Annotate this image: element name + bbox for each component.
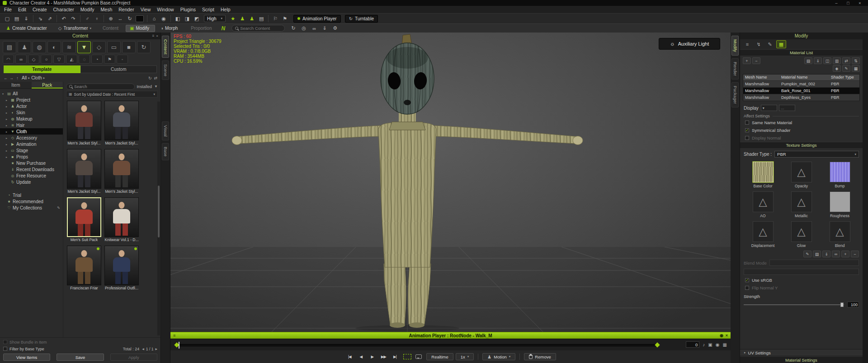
content-item-jacket-4[interactable]: Men's Jacket Styl... [104,149,139,194]
avatar-icon[interactable]: ♟ [18,41,31,53]
texture-slot-displacement[interactable]: △ Displacement [744,221,782,248]
paste-material-icon[interactable]: ▥ [833,57,841,64]
texture-slot-glow[interactable]: △ Glow [782,221,821,248]
import-icon[interactable]: ⇘ [36,14,45,23]
use-srgb-checkbox[interactable]: ✓ [745,278,749,282]
material-tab-icon[interactable]: ▦ [776,40,786,48]
content-item-jacket-2[interactable]: Men's Jacket Styl... [104,101,139,146]
viewport-3d[interactable]: FPS : 60 Project Triangle : 30679Selecte… [170,33,731,332]
checkbox[interactable] [745,121,749,125]
installed-filter[interactable]: Installed [137,84,152,89]
texture-slot-blend[interactable]: △ Blend [821,221,859,248]
male-character-icon[interactable]: ♂ [83,14,92,23]
content-item-suit-pack[interactable]: Men's Suit Pack [67,197,101,242]
content-item-jacket-1[interactable]: Men's Jacket Styl... [67,101,101,146]
sync-icon[interactable]: ⇄ [154,76,157,80]
menu-item[interactable]: Plugins [177,6,199,13]
use-srgb-row[interactable]: ✓ Use sRGB [740,276,863,284]
tree-item-recent-downloads[interactable]: ⇓ Recent Downloads [0,166,63,172]
loop-region-icon[interactable] [403,354,411,359]
shoe-icon[interactable]: ◭ [66,55,77,64]
menu-item[interactable]: Modify [77,6,98,13]
background-color-swatch[interactable]: ■ [136,15,144,22]
content-scrollbar[interactable] [157,102,160,335]
add-material-icon[interactable]: + [743,57,751,64]
texture-thumbnail[interactable]: △ [791,162,812,182]
expander-icon[interactable]: ▾ [2,92,5,95]
menu-item[interactable]: Edit [15,6,29,13]
hat-icon[interactable]: ◠ [3,55,14,64]
content-button[interactable]: Content [97,25,124,32]
morph-button[interactable]: ◑ Morph [156,25,184,32]
info-icon[interactable]: ◉ [720,333,723,338]
load-material-icon[interactable]: ▤ [804,57,812,64]
audio-icon[interactable]: ♪ [703,342,705,347]
next-page-icon[interactable]: ▶ [155,347,157,350]
menu-item[interactable]: Character [50,6,77,13]
redo-icon[interactable]: ↷ [69,14,78,23]
uv-settings-row[interactable]: ▸ UV Settings [740,349,863,356]
tree-item-makeup[interactable]: ▸ ◍ Makeup [0,116,63,122]
pan-tool-icon[interactable]: ↔ [116,14,125,23]
texture-slot-bump[interactable]: Bump [821,162,859,188]
dock-tab[interactable]: Modify [731,36,739,56]
filter-base-type-checkbox[interactable] [3,347,7,351]
previous-frame-button[interactable]: ◀ [356,353,365,361]
animation-icon[interactable]: ↻ [137,41,151,53]
expander-icon[interactable]: ▸ [6,130,9,133]
dock-tab[interactable]: Render [731,58,739,79]
filter-funnel-icon[interactable]: ▼ [154,84,158,88]
content-item-professional[interactable]: Professional Outfi... [104,246,139,291]
forward-icon[interactable]: → [9,76,14,80]
motion-dropdown[interactable]: ♟ Motion ▾ [482,353,515,360]
content-item-friar[interactable]: Franciscan Friar [67,246,101,291]
maximize-button[interactable]: □ [843,0,854,5]
go-to-start-button[interactable]: |◀ [345,353,354,361]
texture-slot-opacity[interactable]: △ Opacity [782,162,821,188]
speed-dropdown[interactable]: 1x ▾ [456,353,474,360]
eyedropper-icon[interactable]: ◈ [833,65,841,72]
edit-tab-icon[interactable]: ✎ [765,40,775,48]
tree-item-accessory[interactable]: ▸ ◇ Accessory [0,135,63,141]
more-options-icon[interactable]: … [779,105,795,111]
show-bundle-row[interactable]: Show Bundle in Item [3,339,157,345]
expander-icon[interactable]: ▸ [6,105,9,108]
checkbox[interactable] [745,136,749,140]
filter-base-type-row[interactable]: Filter by Base Type Total : 24 ◀ 1 / 1 ▶ [3,346,157,352]
smooth-mode-icon[interactable]: ◨ [183,14,192,23]
glasses-icon[interactable]: ∞ [15,55,27,64]
timeline-track[interactable] [177,344,658,346]
record-icon[interactable]: ◉ [716,342,720,347]
expander-icon[interactable]: ▸ [6,111,9,114]
close-icon[interactable]: × [726,333,728,338]
target-icon[interactable]: ◎ [299,24,308,33]
preview-quality-icon[interactable]: ★ [228,14,237,23]
list-tab[interactable]: Item [0,82,32,88]
texture-slot-metallic[interactable]: △ Metallic [782,191,821,218]
tree-item-trial[interactable]: ◔ Trial [0,192,63,198]
expander-icon[interactable]: ▸ [6,155,9,158]
remove-button[interactable]: Remove [524,353,556,360]
watch-icon[interactable]: ○ [41,55,52,64]
prev-page-icon[interactable]: ◀ [142,347,144,350]
wireframe-mode-icon[interactable]: ◧ [173,14,182,23]
breadcrumb-segment[interactable]: All ▸ [22,75,30,80]
menu-item[interactable]: Mesh [98,6,116,13]
menu-item[interactable]: File [1,6,15,13]
fast-forward-button[interactable]: ▶▶ [379,353,388,361]
tree-item-free-resource[interactable]: ◎ Free Resource [0,172,63,179]
content-tab[interactable]: Custom [80,65,157,73]
same-name-material-checkbox[interactable]: Same Name Material [740,119,863,126]
bag-icon[interactable]: ◌ [79,55,90,64]
eye-icon[interactable]: ◔ [91,55,103,64]
morph-icon[interactable]: ◍ [33,41,46,53]
strength-slider[interactable] [744,304,844,305]
link-icon[interactable]: ∞ [310,24,319,33]
open-project-icon[interactable]: ▤ [12,14,21,23]
display-normal-checkbox[interactable]: Display Normal [740,134,863,142]
tree-item-actor[interactable]: ▸ ♟ Actor [0,103,63,109]
show-bundle-checkbox[interactable] [3,340,7,344]
tree-item-hair[interactable]: ▸ ≋ Hair [0,122,63,128]
slider-handle[interactable] [840,302,844,307]
download-icon[interactable]: ⇓ [320,24,329,33]
